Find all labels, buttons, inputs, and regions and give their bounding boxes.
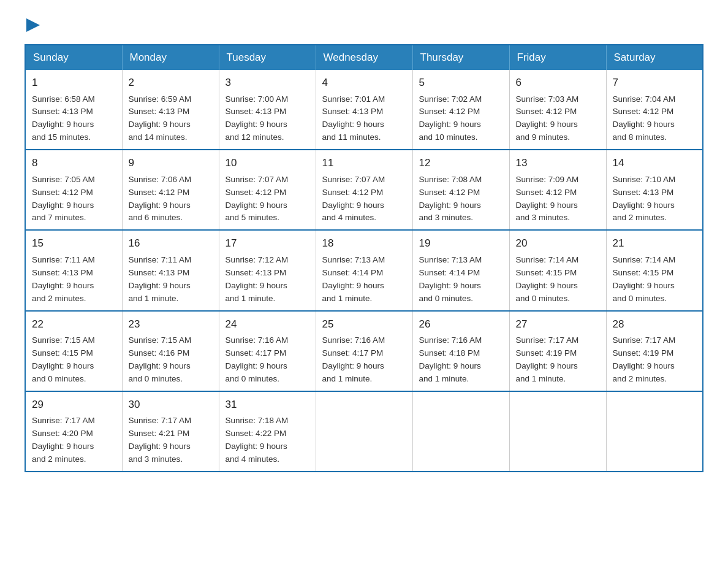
- day-number: 28: [613, 316, 697, 332]
- calendar-cell: 27 Sunrise: 7:17 AMSunset: 4:19 PMDaylig…: [509, 311, 606, 391]
- day-info: Sunrise: 7:16 AMSunset: 4:18 PMDaylight:…: [419, 335, 482, 383]
- day-number: 5: [419, 75, 503, 91]
- day-number: 31: [226, 397, 309, 413]
- logo-arrow-icon: [26, 18, 40, 32]
- day-number: 11: [322, 155, 406, 171]
- calendar-cell: 31 Sunrise: 7:18 AMSunset: 4:22 PMDaylig…: [219, 391, 316, 472]
- day-number: 10: [226, 155, 309, 171]
- day-info: Sunrise: 7:17 AMSunset: 4:19 PMDaylight:…: [613, 335, 676, 383]
- day-number: 14: [613, 155, 697, 171]
- calendar-week-1: 1 Sunrise: 6:58 AMSunset: 4:13 PMDayligh…: [25, 70, 703, 150]
- day-number: 6: [516, 75, 600, 91]
- calendar-week-3: 15 Sunrise: 7:11 AMSunset: 4:13 PMDaylig…: [25, 230, 703, 310]
- day-number: 16: [129, 236, 213, 251]
- calendar-cell: [509, 391, 606, 472]
- calendar-cell: 11 Sunrise: 7:07 AMSunset: 4:12 PMDaylig…: [316, 150, 412, 230]
- calendar-cell: 29 Sunrise: 7:17 AMSunset: 4:20 PMDaylig…: [25, 391, 122, 472]
- day-info: Sunrise: 7:11 AMSunset: 4:13 PMDaylight:…: [129, 255, 192, 303]
- calendar-cell: 20 Sunrise: 7:14 AMSunset: 4:15 PMDaylig…: [509, 230, 606, 310]
- calendar-cell: 16 Sunrise: 7:11 AMSunset: 4:13 PMDaylig…: [122, 230, 219, 310]
- calendar-week-2: 8 Sunrise: 7:05 AMSunset: 4:12 PMDayligh…: [25, 150, 703, 230]
- calendar-cell: 24 Sunrise: 7:16 AMSunset: 4:17 PMDaylig…: [219, 311, 316, 391]
- day-number: 13: [516, 155, 600, 171]
- calendar-cell: 3 Sunrise: 7:00 AMSunset: 4:13 PMDayligh…: [219, 70, 316, 150]
- calendar-cell: 30 Sunrise: 7:17 AMSunset: 4:21 PMDaylig…: [122, 391, 219, 472]
- day-number: 27: [516, 316, 600, 332]
- calendar-cell: 8 Sunrise: 7:05 AMSunset: 4:12 PMDayligh…: [25, 150, 122, 230]
- calendar-cell: 19 Sunrise: 7:13 AMSunset: 4:14 PMDaylig…: [412, 230, 509, 310]
- calendar-cell: 18 Sunrise: 7:13 AMSunset: 4:14 PMDaylig…: [316, 230, 412, 310]
- calendar-cell: 13 Sunrise: 7:09 AMSunset: 4:12 PMDaylig…: [509, 150, 606, 230]
- day-number: 24: [226, 316, 309, 332]
- calendar-cell: 12 Sunrise: 7:08 AMSunset: 4:12 PMDaylig…: [412, 150, 509, 230]
- day-info: Sunrise: 7:03 AMSunset: 4:12 PMDaylight:…: [516, 94, 579, 142]
- day-info: Sunrise: 7:18 AMSunset: 4:22 PMDaylight:…: [226, 416, 289, 464]
- day-number: 12: [419, 155, 503, 171]
- day-number: 1: [32, 75, 116, 91]
- day-info: Sunrise: 7:14 AMSunset: 4:15 PMDaylight:…: [516, 255, 579, 303]
- day-number: 4: [322, 75, 406, 91]
- day-number: 15: [32, 236, 116, 251]
- day-info: Sunrise: 6:59 AMSunset: 4:13 PMDaylight:…: [129, 94, 192, 142]
- day-info: Sunrise: 7:07 AMSunset: 4:12 PMDaylight:…: [322, 175, 385, 223]
- calendar-cell: 7 Sunrise: 7:04 AMSunset: 4:12 PMDayligh…: [606, 70, 703, 150]
- day-info: Sunrise: 7:13 AMSunset: 4:14 PMDaylight:…: [322, 255, 385, 303]
- day-info: Sunrise: 7:01 AMSunset: 4:13 PMDaylight:…: [322, 94, 385, 142]
- day-number: 19: [419, 236, 503, 251]
- day-number: 22: [32, 316, 116, 332]
- day-info: Sunrise: 7:15 AMSunset: 4:15 PMDaylight:…: [32, 335, 95, 383]
- calendar-cell: 9 Sunrise: 7:06 AMSunset: 4:12 PMDayligh…: [122, 150, 219, 230]
- day-info: Sunrise: 7:12 AMSunset: 4:13 PMDaylight:…: [226, 255, 289, 303]
- day-number: 8: [32, 155, 116, 171]
- calendar-cell: [412, 391, 509, 472]
- day-info: Sunrise: 6:58 AMSunset: 4:13 PMDaylight:…: [32, 94, 95, 142]
- weekday-header-friday: Friday: [509, 45, 606, 70]
- day-info: Sunrise: 7:10 AMSunset: 4:13 PMDaylight:…: [613, 175, 676, 223]
- day-number: 17: [226, 236, 309, 251]
- day-info: Sunrise: 7:02 AMSunset: 4:12 PMDaylight:…: [419, 94, 482, 142]
- day-info: Sunrise: 7:16 AMSunset: 4:17 PMDaylight:…: [226, 335, 289, 383]
- calendar-cell: 15 Sunrise: 7:11 AMSunset: 4:13 PMDaylig…: [25, 230, 122, 310]
- day-number: 18: [322, 236, 406, 251]
- day-info: Sunrise: 7:11 AMSunset: 4:13 PMDaylight:…: [32, 255, 95, 303]
- day-number: 3: [226, 75, 309, 91]
- day-number: 9: [129, 155, 213, 171]
- calendar-cell: 10 Sunrise: 7:07 AMSunset: 4:12 PMDaylig…: [219, 150, 316, 230]
- day-number: 7: [613, 75, 697, 91]
- calendar-cell: 14 Sunrise: 7:10 AMSunset: 4:13 PMDaylig…: [606, 150, 703, 230]
- calendar-week-5: 29 Sunrise: 7:17 AMSunset: 4:20 PMDaylig…: [25, 391, 703, 472]
- calendar-cell: 25 Sunrise: 7:16 AMSunset: 4:17 PMDaylig…: [316, 311, 412, 391]
- day-number: 29: [32, 397, 116, 413]
- day-info: Sunrise: 7:13 AMSunset: 4:14 PMDaylight:…: [419, 255, 482, 303]
- logo: [25, 18, 40, 32]
- day-number: 26: [419, 316, 503, 332]
- day-info: Sunrise: 7:17 AMSunset: 4:19 PMDaylight:…: [516, 335, 579, 383]
- weekday-header-monday: Monday: [122, 45, 219, 70]
- calendar-cell: 17 Sunrise: 7:12 AMSunset: 4:13 PMDaylig…: [219, 230, 316, 310]
- weekday-header-wednesday: Wednesday: [316, 45, 412, 70]
- calendar-cell: 22 Sunrise: 7:15 AMSunset: 4:15 PMDaylig…: [25, 311, 122, 391]
- weekday-header-saturday: Saturday: [606, 45, 703, 70]
- day-info: Sunrise: 7:08 AMSunset: 4:12 PMDaylight:…: [419, 175, 482, 223]
- weekday-header-thursday: Thursday: [412, 45, 509, 70]
- weekday-header-sunday: Sunday: [25, 45, 122, 70]
- calendar-cell: 23 Sunrise: 7:15 AMSunset: 4:16 PMDaylig…: [122, 311, 219, 391]
- calendar-cell: [606, 391, 703, 472]
- day-info: Sunrise: 7:17 AMSunset: 4:21 PMDaylight:…: [129, 416, 192, 464]
- day-number: 30: [129, 397, 213, 413]
- calendar-cell: 2 Sunrise: 6:59 AMSunset: 4:13 PMDayligh…: [122, 70, 219, 150]
- day-info: Sunrise: 7:14 AMSunset: 4:15 PMDaylight:…: [613, 255, 676, 303]
- calendar-cell: [316, 391, 412, 472]
- day-number: 2: [129, 75, 213, 91]
- calendar-cell: 4 Sunrise: 7:01 AMSunset: 4:13 PMDayligh…: [316, 70, 412, 150]
- calendar-header-row: SundayMondayTuesdayWednesdayThursdayFrid…: [25, 45, 703, 70]
- calendar-cell: 5 Sunrise: 7:02 AMSunset: 4:12 PMDayligh…: [412, 70, 509, 150]
- svg-marker-0: [26, 18, 40, 32]
- page-header: [25, 18, 703, 32]
- day-number: 23: [129, 316, 213, 332]
- day-number: 25: [322, 316, 406, 332]
- weekday-header-tuesday: Tuesday: [219, 45, 316, 70]
- day-info: Sunrise: 7:06 AMSunset: 4:12 PMDaylight:…: [129, 175, 192, 223]
- day-info: Sunrise: 7:17 AMSunset: 4:20 PMDaylight:…: [32, 416, 95, 464]
- calendar-cell: 21 Sunrise: 7:14 AMSunset: 4:15 PMDaylig…: [606, 230, 703, 310]
